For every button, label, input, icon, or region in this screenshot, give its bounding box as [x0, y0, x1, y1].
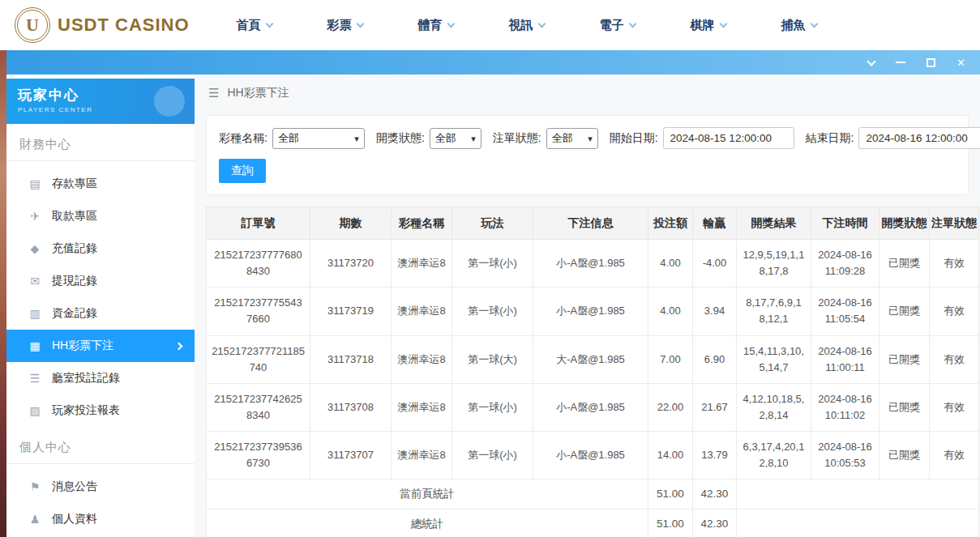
sidebar-item-hh-lottery-bets[interactable]: ▦ HH彩票下注: [6, 330, 195, 362]
nav-label: 棋牌: [691, 18, 715, 33]
sidebar-item-profile[interactable]: ♟ 個人資料: [6, 503, 195, 535]
sidebar-item-hall-bet-record[interactable]: ☰ 廳室投註記錄: [6, 362, 195, 394]
cell-result: 8,17,7,6,9,18,12,1: [737, 288, 811, 335]
cell-order-status: 有效: [930, 240, 979, 288]
col-order-status: 注單狀態: [930, 207, 979, 240]
chevron-down-icon: [581, 132, 593, 144]
col-result: 開獎結果: [737, 207, 811, 240]
chevron-down-icon: [628, 19, 636, 28]
sidebar-item-announcements[interactable]: ⚑ 消息公告: [6, 471, 195, 503]
sidebar-item-label: 資金記錄: [52, 306, 97, 321]
nav-item-live[interactable]: 視訊: [509, 18, 574, 33]
nav-label: 捕魚: [781, 18, 806, 33]
nav-item-slots[interactable]: 電子: [600, 18, 665, 33]
sidebar-item-withdraw[interactable]: ✈ 取款專區: [6, 200, 195, 232]
cell-lottery: 澳洲幸运8: [392, 432, 452, 479]
sidebar-item-label: 取款專區: [52, 209, 97, 224]
top-navigation: 首頁 彩票 體育 視訊 電子 棋牌 捕魚: [237, 18, 872, 33]
sidebar-item-player-report[interactable]: ▨ 玩家投注報表: [6, 394, 195, 427]
funds-record-icon: ▥: [28, 307, 41, 320]
cell-draw-status: 已開獎: [879, 335, 930, 383]
nav-label: 首頁: [237, 18, 261, 33]
gamepad-icon: [154, 86, 185, 117]
chevron-down-icon: [356, 19, 364, 28]
cell-draw-status: 已開獎: [879, 240, 930, 288]
table-row: 2152172377721185740 31173718 澳洲幸运8 第一球(大…: [207, 335, 979, 383]
select-value: 全部: [435, 131, 456, 146]
cell-amount: 7.00: [648, 335, 693, 383]
sidebar-item-funds-record[interactable]: ▥ 資金記錄: [6, 297, 195, 330]
chevron-down-icon: [265, 19, 273, 28]
sidebar-header: 玩家中心 PLAYERS CENTER: [6, 79, 195, 124]
cell-lottery: 澳洲幸运8: [392, 335, 452, 383]
collapse-chevron-icon[interactable]: [868, 57, 875, 68]
cell-lottery: 澳洲幸运8: [392, 288, 452, 335]
start-date-label: 開始日期:: [610, 131, 658, 146]
nav-item-lottery[interactable]: 彩票: [327, 18, 392, 33]
col-winloss: 輸贏: [693, 207, 737, 240]
draw-status-select[interactable]: 全部: [430, 128, 481, 149]
col-lottery: 彩種名稱: [392, 207, 452, 240]
cell-result: 6,3,17,4,20,12,8,10: [737, 432, 811, 479]
nav-item-cards[interactable]: 棋牌: [691, 18, 755, 33]
cell-play: 第一球(小): [452, 240, 533, 288]
hall-bet-record-icon: ☰: [28, 372, 41, 385]
chevron-down-icon: [537, 19, 546, 28]
nav-item-sports[interactable]: 體育: [418, 18, 483, 33]
cell-bet-info: 小-A盤@1.985: [533, 383, 648, 431]
minimize-icon[interactable]: [896, 57, 905, 68]
close-icon[interactable]: [956, 57, 965, 68]
grand-summary-label: 總統計: [207, 509, 648, 537]
section-label-finance: 財務中心: [6, 124, 195, 161]
window-body: 玩家中心 PLAYERS CENTER 財務中心 ▤ 存款專區 ✈ 取款專區 ◆…: [6, 75, 980, 537]
maximize-icon[interactable]: [927, 57, 935, 68]
brand[interactable]: U USDT CASINO: [15, 7, 190, 43]
cell-time: 2024-08-16 11:05:54: [811, 288, 879, 335]
end-date-input[interactable]: [858, 127, 980, 149]
cell-order-status: 有效: [930, 432, 979, 479]
table-row: 2152172377755437660 31173719 澳洲幸运8 第一球(小…: [207, 288, 979, 335]
col-time: 下注時間: [811, 207, 879, 240]
cell-winloss: 3.94: [693, 288, 737, 335]
hamburger-icon[interactable]: [208, 86, 219, 100]
sidebar-item-recharge-record[interactable]: ◆ 充值記錄: [6, 232, 195, 265]
cell-bet-info: 小-A盤@1.985: [533, 240, 648, 288]
chevron-down-icon: [810, 19, 818, 28]
cell-time: 2024-08-16 10:05:53: [811, 432, 879, 479]
cell-winloss: 13.79: [693, 432, 737, 479]
search-button[interactable]: 查詢: [219, 159, 266, 183]
cell-play: 第一球(大): [452, 335, 533, 383]
start-date-input[interactable]: [663, 127, 794, 149]
profile-person-icon: ♟: [28, 513, 41, 526]
nav-item-home[interactable]: 首頁: [237, 18, 302, 33]
withdrawal-record-icon: ✉: [28, 275, 41, 288]
cell-time: 2024-08-16 11:00:11: [811, 335, 879, 383]
cell-order-status: 有效: [930, 288, 979, 335]
sidebar-item-withdrawal-record[interactable]: ✉ 提現記錄: [6, 265, 195, 297]
brand-name: USDT CASINO: [58, 15, 190, 36]
cell-draw-status: 已開獎: [879, 383, 930, 431]
announcement-bell-icon: ⚑: [28, 480, 41, 493]
order-status-select[interactable]: 全部: [546, 128, 598, 149]
draw-status-label: 開獎狀態:: [376, 131, 425, 146]
sidebar: 玩家中心 PLAYERS CENTER 財務中心 ▤ 存款專區 ✈ 取款專區 ◆…: [6, 75, 195, 537]
grand-summary-winloss: 42.30: [693, 509, 737, 537]
select-value: 全部: [552, 131, 573, 146]
page-summary-empty: [737, 479, 979, 509]
lottery-name-select[interactable]: 全部: [272, 128, 365, 149]
cell-period: 31173719: [310, 288, 392, 335]
chevron-down-icon: [719, 19, 727, 28]
nav-item-fishing[interactable]: 捕魚: [781, 18, 846, 33]
nav-label: 體育: [418, 18, 443, 33]
table-row: 2152172377426258340 31173708 澳洲幸运8 第一球(小…: [207, 383, 979, 431]
cell-winloss: -4.00: [693, 240, 737, 288]
recharge-record-icon: ◆: [28, 242, 41, 255]
cell-order: 2152172377426258340: [207, 383, 310, 431]
col-order: 訂單號: [207, 207, 310, 240]
cell-period: 31173720: [310, 240, 392, 288]
cell-result: 12,9,5,19,1,18,17,8: [737, 240, 811, 288]
lottery-bet-icon: ▦: [28, 339, 41, 352]
cell-order-status: 有效: [930, 383, 979, 431]
sidebar-item-label: 存款專區: [52, 177, 97, 191]
sidebar-item-deposit[interactable]: ▤ 存款專區: [6, 168, 195, 200]
